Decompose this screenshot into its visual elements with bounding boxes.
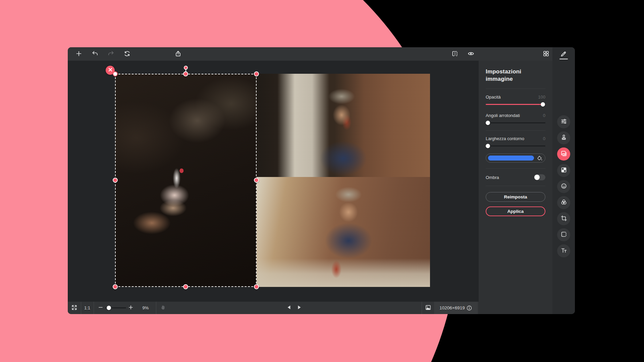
frame-icon <box>560 231 567 239</box>
image-icon <box>425 304 431 312</box>
divider <box>486 88 545 89</box>
image-layers-icon <box>560 150 567 158</box>
close-icon <box>108 68 112 73</box>
shadow-label: Ombra <box>486 175 499 180</box>
divider <box>486 130 545 131</box>
tool-text-button[interactable] <box>557 244 570 257</box>
desktop-background: 1:1 9% <box>0 0 644 362</box>
border-width-slider-thumb[interactable] <box>486 144 490 148</box>
undo-button[interactable] <box>89 47 101 61</box>
tool-image-button[interactable] <box>557 147 570 161</box>
rounded-corners-slider[interactable] <box>486 121 545 125</box>
divider <box>486 168 545 169</box>
reset-rotation-icon <box>124 50 130 58</box>
fit-screen-button[interactable] <box>68 302 80 314</box>
selection-box[interactable] <box>115 74 257 287</box>
grid-icon <box>543 50 549 58</box>
border-color-picker[interactable] <box>486 154 545 163</box>
crop-icon <box>560 215 567 223</box>
minus-icon <box>98 305 103 311</box>
export-button[interactable] <box>172 47 184 61</box>
info-icon[interactable] <box>466 305 472 311</box>
zoom-out-button[interactable] <box>96 302 106 314</box>
border-color-swatch <box>488 156 534 161</box>
resize-handle-bottom-left[interactable] <box>113 284 118 289</box>
opacity-value: 100 <box>538 95 545 100</box>
pan-tool-button[interactable] <box>157 302 169 314</box>
grid-apps-button[interactable] <box>540 47 552 61</box>
resize-handle-top-left[interactable] <box>113 71 118 76</box>
reset-button[interactable]: Reimposta <box>486 192 545 202</box>
collage-image-woman-drinking[interactable] <box>257 74 430 177</box>
resize-handle-bottom-right[interactable] <box>254 284 259 289</box>
zoom-in-button[interactable] <box>126 302 136 314</box>
apply-button[interactable]: Applica <box>486 206 545 216</box>
zoom-percentage: 9% <box>136 302 155 314</box>
tool-blend-button[interactable] <box>557 196 570 209</box>
redo-button[interactable] <box>105 47 117 61</box>
hand-icon <box>160 304 166 312</box>
add-button[interactable] <box>72 47 85 61</box>
slider-track <box>486 145 545 146</box>
opacity-label: Opacità <box>486 95 501 100</box>
tool-crop-button[interactable] <box>557 212 570 225</box>
shadow-toggle[interactable] <box>534 174 545 180</box>
rounded-corners-slider-thumb[interactable] <box>486 121 490 125</box>
paint-bucket-icon <box>537 155 543 161</box>
undo-icon <box>92 50 98 58</box>
editor-window: 1:1 9% <box>68 47 575 314</box>
bottom-toolbar: 1:1 9% <box>68 302 479 314</box>
reset-rotation-button[interactable] <box>121 47 133 61</box>
tool-collage-button[interactable] <box>557 164 570 177</box>
image-dimensions-box: 10206×6919 <box>434 302 478 314</box>
tool-frame-button[interactable] <box>557 228 570 241</box>
add-icon <box>75 50 82 58</box>
rotate-handle[interactable] <box>184 66 188 70</box>
top-toolbar <box>68 47 552 61</box>
arrow-left-icon <box>286 304 292 311</box>
toggle-knob <box>534 175 540 180</box>
canvas[interactable] <box>68 61 479 302</box>
border-width-slider[interactable] <box>486 144 545 148</box>
resize-handle-middle-left[interactable] <box>113 178 118 183</box>
edit-mode-active-underline <box>559 59 568 59</box>
zoom-slider[interactable] <box>105 307 126 308</box>
pencil-icon <box>560 51 567 58</box>
redo-icon <box>108 50 114 58</box>
resize-handle-bottom-center[interactable] <box>183 284 188 289</box>
border-width-label: Larghezza contorno <box>486 136 524 141</box>
blend-circles-icon <box>560 199 567 206</box>
actual-size-button[interactable]: 1:1 <box>81 302 94 314</box>
next-button[interactable] <box>292 302 306 314</box>
opacity-slider-thumb[interactable] <box>541 102 545 107</box>
sliders-icon <box>560 118 567 126</box>
smiley-icon <box>560 183 567 190</box>
resize-handle-top-center[interactable] <box>183 71 188 76</box>
tool-strip <box>552 47 575 314</box>
resize-handle-middle-right[interactable] <box>254 178 259 183</box>
tool-sticker-button[interactable] <box>557 180 570 193</box>
image-dimensions: 10206×6919 <box>439 305 465 310</box>
compare-button[interactable] <box>448 47 461 61</box>
panel-title: Impostazioni immagine <box>486 61 545 83</box>
preview-button[interactable] <box>465 47 477 61</box>
collage-layout-icon <box>560 167 567 174</box>
plus-icon <box>128 305 133 311</box>
eye-icon <box>468 50 474 58</box>
tool-stamp-button[interactable] <box>557 131 570 144</box>
text-icon <box>560 247 567 255</box>
divider <box>94 302 94 314</box>
opacity-slider[interactable] <box>486 102 545 107</box>
zoom-slider-thumb[interactable] <box>107 306 111 310</box>
tool-adjust-button[interactable] <box>557 115 570 128</box>
resize-handle-top-right[interactable] <box>254 71 259 76</box>
collage-image-woman-seated[interactable] <box>257 177 430 287</box>
divider <box>486 186 545 186</box>
slider-fill <box>486 104 543 105</box>
border-width-value: 0 <box>543 136 545 141</box>
rounded-corners-value: 0 <box>543 113 545 118</box>
image-info-button[interactable] <box>422 302 434 314</box>
export-icon <box>175 50 181 58</box>
divider <box>156 302 156 314</box>
rounded-corners-label: Angoli arrotondati <box>486 113 520 118</box>
